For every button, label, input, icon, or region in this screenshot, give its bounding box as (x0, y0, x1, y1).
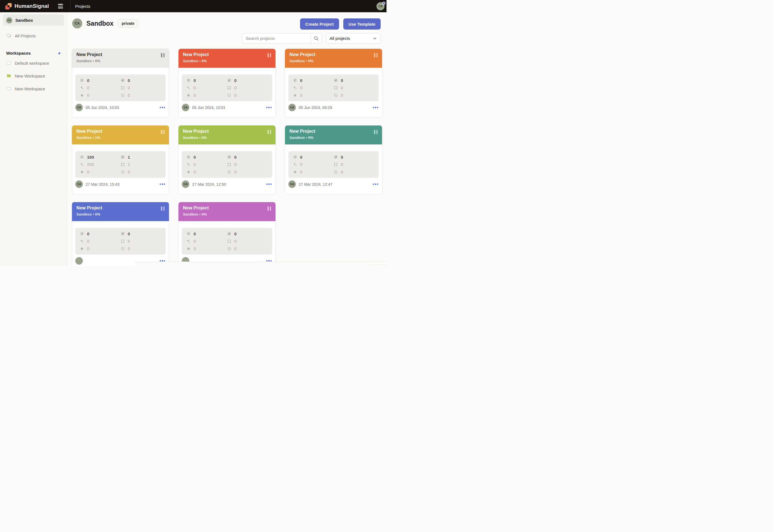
stat-regions: 0 (227, 161, 268, 168)
bounding-box-icon (227, 86, 231, 90)
checkbox-icon (120, 78, 125, 83)
pagination-bar: Projects: 1-8 « ‹ 1 of 1 › » (134, 262, 387, 266)
project-card[interactable]: New Project Sandbox • 0% 0 0 (285, 49, 382, 118)
create-project-button[interactable]: Create Project (300, 18, 339, 30)
stat-starred: 0 (186, 91, 227, 99)
project-card[interactable]: New Project Sandbox • 0% 0 0 (178, 125, 276, 194)
stat-starred: 0 (186, 245, 227, 252)
sidebar-item-label: Sandbox (15, 18, 33, 23)
search-input[interactable] (242, 36, 310, 41)
workspace-title: Sandbox (86, 20, 113, 27)
project-grid: New Project Sandbox • 0% 0 0 (72, 49, 382, 266)
project-card-header: New Project Sandbox • 0% (285, 125, 382, 144)
project-card[interactable]: New Project Sandbox • 1% 100 1 (72, 125, 169, 194)
sidebar-item-label: All Projects (15, 33, 36, 38)
folder-filled-icon (6, 73, 12, 79)
stat-tasks: 0 (80, 230, 120, 238)
project-title: New Project (76, 205, 102, 211)
first-page-button[interactable]: « (368, 265, 379, 266)
project-card[interactable]: New Project Sandbox • 0% 0 0 (72, 49, 169, 118)
stat-annotations: 0 (334, 153, 374, 161)
stacked-projects-icon (6, 33, 12, 38)
stat-tasks: 0 (80, 77, 120, 84)
stat-annotations: 0 (227, 153, 268, 161)
star-icon (186, 170, 191, 174)
project-subtitle: Sandbox • 0% (76, 212, 102, 216)
chevron-down-icon (373, 36, 377, 40)
project-card-header: New Project Sandbox • 0% (285, 49, 382, 68)
project-title: New Project (183, 52, 209, 57)
pause-icon (161, 206, 165, 221)
project-card[interactable]: New Project Sandbox • 0% 0 0 (178, 49, 276, 118)
pause-icon (267, 53, 271, 68)
project-date: 27 Mar 2024, 12:47 (299, 182, 332, 187)
add-workspace-button[interactable]: + (58, 50, 61, 56)
sidebar-item-new-workspace-2[interactable]: New Workspace (3, 83, 64, 94)
more-menu-button[interactable] (159, 182, 166, 187)
bounding-box-icon (120, 162, 125, 167)
project-card[interactable]: New Project Sandbox • 0% 0 0 (285, 125, 382, 194)
stat-skipped: 0 (227, 91, 268, 99)
prev-page-button[interactable]: ‹ (380, 265, 387, 266)
project-card-header: New Project Sandbox • 0% (178, 49, 276, 68)
more-menu-button[interactable] (372, 105, 379, 110)
sidebar-item-new-workspace-1[interactable]: New Workspace (3, 70, 64, 81)
stat-skipped: 0 (334, 91, 374, 99)
page-title: Projects (75, 4, 90, 9)
more-menu-button[interactable] (159, 105, 166, 110)
stat-skipped: 0 (227, 168, 268, 176)
project-card-footer: CA 05 Jun 2024, 10:01 (182, 104, 272, 111)
pause-icon (267, 206, 271, 221)
ban-icon (334, 170, 338, 174)
folder-icon (6, 86, 12, 91)
top-bar: HumanSignal Projects CA (0, 0, 387, 12)
stat-annotations: 0 (120, 230, 161, 238)
bounding-box-icon (120, 239, 125, 243)
tasks-square-icon (80, 155, 84, 159)
ban-icon (334, 93, 338, 98)
project-filter-select[interactable]: All projects (326, 33, 381, 43)
pause-icon (374, 130, 378, 144)
ban-icon (227, 170, 231, 174)
stat-skipped: 0 (227, 245, 268, 252)
project-card[interactable]: New Project Sandbox • 0% 0 0 (72, 202, 169, 266)
sidebar-item-default-workspace[interactable]: Default workspace (3, 57, 64, 69)
bounding-box-icon (227, 239, 231, 243)
more-menu-button[interactable] (266, 105, 272, 110)
brand-name: HumanSignal (15, 3, 49, 9)
project-card-header: New Project Sandbox • 1% (72, 125, 169, 144)
tasks-square-icon (80, 78, 84, 83)
main-content: CA Sandbox private Create Project Use Te… (67, 12, 387, 266)
project-subtitle: Sandbox • 1% (76, 136, 102, 140)
sidebar-item-label: New Workspace (15, 86, 45, 91)
star-icon (186, 246, 191, 251)
star-icon (186, 93, 191, 98)
search-icon (313, 36, 319, 41)
stat-annotations: 0 (120, 77, 161, 84)
avatar: CA (288, 180, 296, 188)
stat-regions: 0 (227, 238, 268, 245)
avatar: CA (75, 180, 83, 188)
stat-starred: 0 (80, 91, 120, 99)
brand-logo[interactable]: HumanSignal (5, 3, 49, 10)
workspace-avatar: CA (6, 17, 12, 23)
sidebar-item-sandbox[interactable]: CA Sandbox (3, 14, 64, 26)
stat-predictions: 0 (80, 84, 120, 92)
stat-tasks: 0 (186, 230, 227, 238)
checkbox-icon (227, 78, 231, 83)
search-button[interactable] (310, 33, 322, 43)
stat-tasks: 0 (293, 77, 334, 84)
project-card[interactable]: New Project Sandbox • 0% 0 0 (178, 202, 276, 266)
avatar: CA (182, 180, 189, 188)
hamburger-menu-icon[interactable] (56, 1, 65, 11)
more-menu-button[interactable] (266, 182, 272, 187)
use-template-button[interactable]: Use Template (343, 18, 381, 30)
stat-predictions: 0 (80, 238, 120, 245)
stat-predictions: 0 (293, 84, 334, 92)
project-card-footer: CA 27 Mar 2024, 15:43 (75, 180, 166, 188)
more-menu-button[interactable] (372, 182, 379, 187)
project-subtitle: Sandbox • 0% (183, 212, 209, 216)
sidebar-item-all-projects[interactable]: All Projects (3, 31, 64, 40)
pager: « ‹ 1 of 1 › » (368, 265, 387, 266)
project-card-header: New Project Sandbox • 0% (72, 49, 169, 68)
